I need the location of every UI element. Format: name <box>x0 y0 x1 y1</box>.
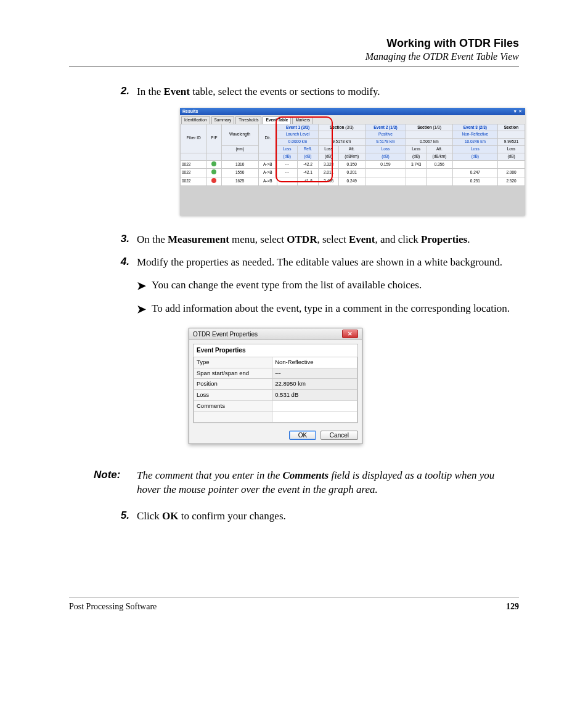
pass-icon <box>211 169 216 174</box>
sub-loss: Loss <box>498 146 525 153</box>
sub-loss: Loss <box>406 146 427 153</box>
col-pf: P/F <box>207 124 221 153</box>
sub-loss: Loss <box>452 146 497 153</box>
unit-db: (dB) <box>319 153 339 160</box>
text: Modify the properties as needed. The edi… <box>137 256 502 268</box>
sub-pos: 9.5178 km <box>365 139 406 146</box>
property-row: Position22.8950 km <box>194 379 357 390</box>
text-bold: OTDR <box>287 233 317 245</box>
col-section3: Section <box>498 124 525 131</box>
sub-pos: 9.5178 km <box>319 139 365 146</box>
property-key: Position <box>194 379 272 390</box>
bullet-arrow-icon: ➤ <box>137 302 152 317</box>
text-bold: Comments <box>283 469 329 481</box>
sub-pos: 10.0246 km <box>452 139 497 146</box>
text: to confirm your changes. <box>179 510 286 522</box>
property-value[interactable]: Non-Reflective <box>272 357 357 368</box>
col-event3: Event 3 (2/3) <box>452 124 497 131</box>
results-title: Results <box>182 108 198 114</box>
text: The comment that you enter in the <box>137 469 283 481</box>
ok-button[interactable]: OK <box>289 431 316 440</box>
tab-thresholds[interactable]: Thresholds <box>235 116 261 124</box>
text-bold: Properties <box>421 233 467 245</box>
tab-summary[interactable]: Summary <box>211 116 235 124</box>
dialog-heading: Event Properties <box>194 344 357 357</box>
col-section2: Section (1/3) <box>406 124 452 131</box>
property-key: Comments <box>194 401 272 412</box>
event-table: Fiber ID P/F Wavelength Dir. Event 1 (3/… <box>180 124 525 186</box>
step-number: 2. <box>113 85 129 224</box>
pass-icon <box>211 161 216 166</box>
property-key: Span start/span end <box>194 368 272 379</box>
property-value: 0.531 dB <box>272 390 357 401</box>
footer-product: Post Processing Software <box>69 602 157 612</box>
results-titlebar: Results ▾× <box>180 108 525 115</box>
page-header-subtitle: Managing the OTDR Event Table View <box>69 51 519 62</box>
close-icon[interactable]: × <box>518 108 523 114</box>
col-event1: Event 1 (3/3) <box>277 124 318 131</box>
text: , select <box>317 233 348 245</box>
text-bold: Event <box>163 86 190 97</box>
property-row <box>194 412 357 422</box>
property-key <box>194 412 272 422</box>
step-5-text: Click OK to confirm your changes. <box>137 509 519 524</box>
tab-markers[interactable]: Markers <box>292 116 312 124</box>
dialog-titlebar: OTDR Event Properties ✕ <box>189 328 362 340</box>
step-3-text: On the Measurement menu, select OTDR, se… <box>137 233 519 247</box>
event-table-screenshot: Results ▾× Identification Summary Thresh… <box>180 108 525 216</box>
table-row[interactable]: 00221550A->B----42.12.0110.2010.2472.000 <box>181 169 525 177</box>
note-label: Note: <box>94 469 131 497</box>
footer-page-number: 129 <box>506 602 519 612</box>
tab-identification[interactable]: Identification <box>181 116 210 124</box>
text: . <box>467 233 470 245</box>
table-row[interactable]: 00221625A->B----41.82.4960.2490.2512.520 <box>181 177 525 186</box>
property-value: --- <box>272 368 357 379</box>
dialog-title: OTDR Event Properties <box>193 330 258 339</box>
bullet-text: To add information about the event, type… <box>152 302 510 317</box>
property-value[interactable] <box>272 412 357 422</box>
property-value[interactable] <box>272 401 357 412</box>
text-bold: OK <box>162 510 178 522</box>
step-number: 3. <box>113 233 129 247</box>
empty-area <box>180 186 525 216</box>
unit-db: (dB) <box>406 153 427 160</box>
property-key: Loss <box>194 390 272 401</box>
cancel-button[interactable]: Cancel <box>321 431 358 440</box>
property-row: Loss0.531 dB <box>194 390 357 401</box>
col-dir: Dir. <box>258 124 277 153</box>
unit-db: (dB) <box>452 153 497 160</box>
col-wavelength: Wavelength <box>221 124 258 145</box>
sub-att: Att. <box>427 146 453 153</box>
sub-refl: Refl. <box>297 146 319 153</box>
tab-event-table[interactable]: Event Table <box>263 116 291 124</box>
step-2-text: In the Event table, select the events or… <box>137 85 525 224</box>
sub-pos: 9.99521 <box>498 139 525 146</box>
unit-db: (dB) <box>277 153 297 160</box>
text: menu, select <box>229 233 287 245</box>
unit-dbkm: (dB/km) <box>427 153 453 160</box>
property-row: Comments <box>194 401 357 412</box>
sub-att: Att. <box>338 146 365 153</box>
unit-db: (dB) <box>498 153 525 160</box>
text: In the <box>137 86 163 97</box>
property-row: Span start/span end--- <box>194 368 357 379</box>
table-row[interactable]: 00221310A->B----42.23.3280.3500.1593.743… <box>181 160 525 169</box>
close-button[interactable]: ✕ <box>342 330 358 338</box>
unit-db: (dB) <box>365 153 406 160</box>
sub-pos: 0.5067 km <box>406 139 452 146</box>
window-controls: ▾× <box>513 108 523 114</box>
sub-pos: 0.0000 km <box>277 139 318 146</box>
unit-db: (dB) <box>297 153 319 160</box>
page-header-title: Working with OTDR Files <box>69 37 519 50</box>
sub-e3type: Non-Reflective <box>452 131 497 139</box>
pin-icon[interactable]: ▾ <box>513 108 518 114</box>
col-section1: Section (3/3) <box>319 124 365 131</box>
step-number: 4. <box>113 256 129 450</box>
text: table, select the events or sections to … <box>190 86 380 97</box>
note-body: The comment that you enter in the Commen… <box>137 469 519 497</box>
event-properties-dialog: OTDR Event Properties ✕ Event Properties… <box>189 328 362 444</box>
text-bold: Measurement <box>168 233 229 245</box>
header-rule <box>69 66 519 67</box>
fail-icon <box>211 178 216 183</box>
step-number: 5. <box>113 509 129 524</box>
